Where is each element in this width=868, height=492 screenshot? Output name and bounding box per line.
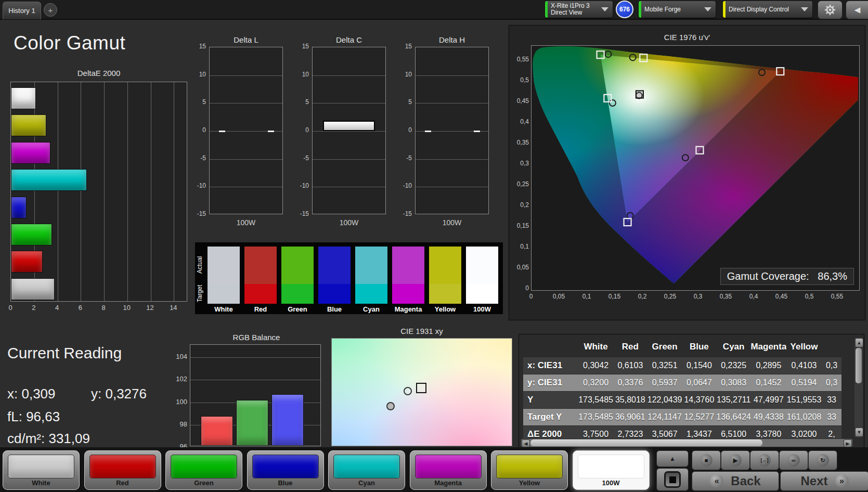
chevrons-left-icon: «	[710, 474, 723, 488]
pattern-button-red[interactable]: Red	[84, 450, 161, 490]
loop-button[interactable]: ∞	[779, 450, 808, 470]
pattern-button-cyan[interactable]: Cyan	[328, 450, 405, 490]
scroll-right-button[interactable]: ▶	[844, 439, 852, 447]
gamut-coverage-label: Gamut Coverage:	[727, 270, 809, 282]
triangle-up-icon: ▲	[669, 455, 676, 462]
deltae-bar-yellow	[11, 114, 46, 136]
cie76-y-tick: 0,35	[511, 139, 529, 146]
scroll-left-button[interactable]: ◀	[522, 439, 530, 447]
next-button[interactable]: Next »	[780, 471, 868, 491]
table-cell: 0,4103	[786, 357, 822, 374]
table-cell: 0,0647	[682, 374, 716, 391]
swatch-actual-blue	[318, 247, 351, 284]
source-dropdown[interactable]: Mobile Forge	[639, 1, 716, 18]
cie76-x-tick: 0	[522, 293, 540, 300]
delta-y-tick: -15	[294, 210, 309, 217]
table-hscrollbar[interactable]: ◀ ▶	[521, 439, 852, 447]
pattern-button-label: Magenta	[410, 479, 486, 487]
actual-target-swatch-strip: ActualTargetWhiteRedGreenBlueCyanMagenta…	[195, 242, 503, 314]
pattern-window-up-button[interactable]: ▲	[656, 450, 689, 467]
vscroll-thumb[interactable]	[856, 348, 862, 383]
stop-button[interactable]: ■	[692, 450, 721, 470]
table-cell: 36,9061	[613, 409, 647, 425]
delta-chart-title: Delta H	[415, 35, 489, 44]
table-cell: 12,5277	[682, 409, 716, 425]
swatch-actual-cyan	[355, 247, 387, 284]
gridline	[416, 187, 488, 187]
table-cell: Green	[647, 339, 682, 355]
chevron-down-icon	[601, 7, 608, 11]
scroll-down-button[interactable]: ▼	[855, 428, 863, 437]
table-row: ΔE 20003,75002,73233,50671,34376,51003,3…	[523, 426, 841, 438]
delta-y-tick: -5	[397, 154, 412, 162]
gridline	[313, 75, 385, 76]
delta-y-tick: 10	[397, 71, 412, 78]
meter-dropdown[interactable]: X-Rite i1Pro 3 Direct View	[545, 1, 613, 18]
play-button[interactable]: ▶	[721, 450, 750, 470]
pattern-window-button[interactable]	[656, 468, 689, 491]
add-tab-button[interactable]: +	[44, 3, 57, 17]
pattern-button-100w[interactable]: 100W	[573, 450, 650, 490]
delta-y-tick: -10	[397, 182, 412, 189]
pattern-button-green[interactable]: Green	[165, 450, 242, 490]
pattern-button-bar: WhiteRedGreenBlueCyanMagentaYellow100W ▲…	[0, 447, 868, 492]
row-label: Target Y	[523, 409, 578, 425]
scroll-up-button[interactable]: ▲	[855, 338, 863, 347]
gamut-coverage-readout: Gamut Coverage: 86,3%	[720, 268, 854, 285]
plus-icon: +	[48, 6, 53, 15]
cie76-x-tick: 0,25	[661, 293, 680, 300]
swatch-label: Blue	[318, 305, 351, 313]
chevron-down-icon	[801, 7, 808, 11]
interval-button[interactable]: [↔]	[750, 450, 779, 470]
pattern-swatch	[578, 455, 644, 478]
swatch-target-white	[208, 284, 240, 304]
rgb-balance-title: RGB Balance	[190, 333, 323, 342]
gridline	[127, 82, 128, 301]
rgb-bar-red	[201, 416, 233, 446]
hscroll-thumb[interactable]	[530, 439, 762, 446]
table-cell: 3,0200	[786, 426, 822, 438]
tab-history-1[interactable]: History 1	[3, 2, 41, 19]
cie31-target-square	[416, 383, 426, 393]
gridline	[210, 103, 282, 103]
table-cell: 3,3780	[751, 426, 786, 438]
cie76-y-tick: 0,45	[511, 97, 529, 105]
settings-button[interactable]	[818, 1, 843, 19]
next-button-label: Next	[800, 474, 827, 488]
back-button[interactable]: « Back	[692, 471, 779, 491]
swatch-actual-green	[281, 247, 314, 284]
table-cell: Blue	[682, 339, 716, 355]
table-cell: 2,7323	[613, 426, 647, 438]
table-cell: 0,2325	[717, 357, 751, 374]
cie76-x-tick: 0,05	[550, 293, 568, 300]
table-cell: 124,1147	[647, 409, 682, 425]
swatch-actual-magenta	[392, 247, 424, 284]
delta-y-tick: 5	[397, 98, 412, 106]
cie31-chart	[331, 338, 512, 446]
table-cell: 3,5067	[647, 426, 682, 438]
gamut-coverage-value: 86,3%	[818, 270, 847, 282]
deltae-bar-green	[11, 224, 52, 245]
pattern-button-yellow[interactable]: Yellow	[491, 450, 568, 490]
pattern-button-white[interactable]: White	[3, 450, 80, 490]
table-cell: Cyan	[717, 339, 751, 355]
cie76-chart: Gamut Coverage: 86,3%	[531, 45, 860, 291]
pattern-button-label: 100W	[573, 479, 649, 487]
deltae-bar-100w	[11, 87, 36, 109]
table-cell: 0,6103	[613, 357, 647, 374]
pattern-button-magenta[interactable]: Magenta	[410, 450, 487, 490]
current-reading-title: Current Reading	[7, 344, 122, 362]
pattern-button-blue[interactable]: Blue	[247, 450, 324, 490]
swatch-label: Magenta	[392, 305, 424, 313]
refresh-button[interactable]: ↻	[808, 450, 837, 470]
gridline	[190, 380, 320, 380]
deltae-x-tick: 8	[98, 304, 109, 312]
table-vscrollbar[interactable]: ▲ ▼	[854, 338, 863, 437]
tab-history-1-label: History 1	[8, 7, 35, 15]
collapse-panel-button[interactable]: ◀	[846, 1, 868, 19]
cie76-panel: CIE 1976 u'v'	[509, 25, 865, 320]
meter-count-badge[interactable]: 676	[616, 1, 633, 18]
deltae-x-tick: 14	[168, 304, 178, 312]
display-control-dropdown[interactable]: Direct Display Control	[723, 1, 812, 18]
pattern-swatch	[171, 455, 237, 478]
